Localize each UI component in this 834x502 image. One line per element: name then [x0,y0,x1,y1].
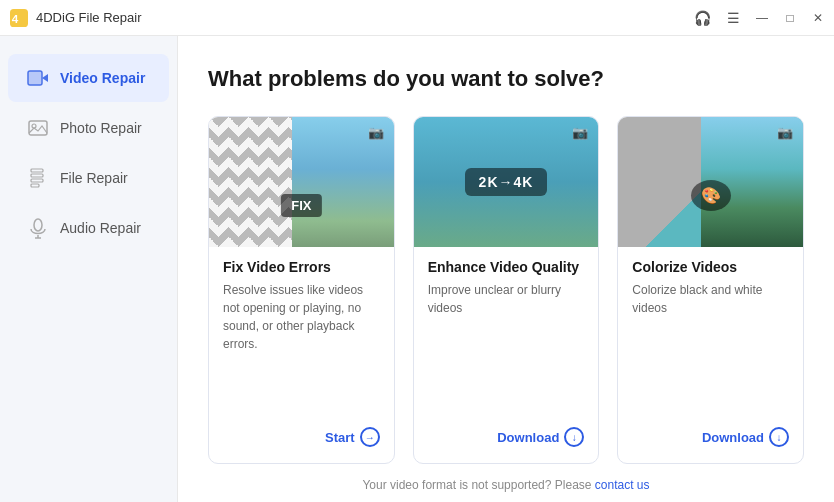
card-action-enhance: Download ↓ [428,427,585,451]
page-title: What problems do you want to solve? [208,66,804,92]
colorize-overlay-label: 🎨 [691,180,731,211]
start-label: Start [325,430,355,445]
sidebar-label-photo-repair: Photo Repair [60,120,142,136]
svg-rect-2 [28,71,42,85]
app-logo: 4 [10,9,28,27]
card-enhance-video: 📷 2K→4K Enhance Video Quality Improve un… [413,116,600,464]
svg-point-11 [34,219,42,231]
svg-rect-5 [29,121,47,135]
card-action-colorize: Download ↓ [632,427,789,451]
card-colorize-video: 📷 🎨 Colorize Videos Colorize black and w… [617,116,804,464]
sidebar-item-file-repair[interactable]: File Repair [8,154,169,202]
card-body-colorize: Colorize Videos Colorize black and white… [618,247,803,463]
app-body: Video Repair Photo Repair [0,36,834,502]
card-title-fix: Fix Video Errors [223,259,380,275]
card-desc-colorize: Colorize black and white videos [632,281,789,415]
window-controls: 🎧 ☰ — □ ✕ [694,10,824,26]
download-button-enhance[interactable]: Download ↓ [497,427,584,447]
titlebar-left: 4 4DDiG File Repair [10,9,141,27]
sidebar-label-audio-repair: Audio Repair [60,220,141,236]
sidebar: Video Repair Photo Repair [0,36,178,502]
svg-rect-8 [31,174,43,177]
headset-icon[interactable]: 🎧 [694,10,711,26]
sidebar-label-file-repair: File Repair [60,170,128,186]
download-arrow-icon-colorize: ↓ [769,427,789,447]
camera-icon-colorize: 📷 [777,125,793,140]
card-action-fix: Start → [223,427,380,451]
svg-rect-7 [31,169,43,172]
fix-overlay-label: FIX [281,194,321,217]
maximize-button[interactable]: □ [784,12,796,24]
main-content: What problems do you want to solve? 📷 FI… [178,36,834,502]
footer: Your video format is not supported? Plea… [208,464,804,502]
titlebar: 4 4DDiG File Repair 🎧 ☰ — □ ✕ [0,0,834,36]
sidebar-item-audio-repair[interactable]: Audio Repair [8,204,169,252]
contact-us-link[interactable]: contact us [595,478,650,492]
sidebar-item-video-repair[interactable]: Video Repair [8,54,169,102]
audio-repair-icon [26,216,50,240]
svg-marker-4 [42,74,48,82]
card-body-enhance: Enhance Video Quality Improve unclear or… [414,247,599,463]
sidebar-label-video-repair: Video Repair [60,70,145,86]
card-title-colorize: Colorize Videos [632,259,789,275]
menu-icon[interactable]: ☰ [727,10,740,26]
photo-repair-icon [26,116,50,140]
card-desc-fix: Resolve issues like videos not opening o… [223,281,380,415]
enhance-overlay-label: 2K→4K [465,168,548,196]
start-arrow-icon: → [360,427,380,447]
sidebar-item-photo-repair[interactable]: Photo Repair [8,104,169,152]
card-title-enhance: Enhance Video Quality [428,259,585,275]
card-image-fix: 📷 FIX [209,117,394,247]
cards-row: 📷 FIX Fix Video Errors Resolve issues li… [208,116,804,464]
card-body-fix: Fix Video Errors Resolve issues like vid… [209,247,394,463]
card-fix-video: 📷 FIX Fix Video Errors Resolve issues li… [208,116,395,464]
download-button-colorize[interactable]: Download ↓ [702,427,789,447]
minimize-button[interactable]: — [756,12,768,24]
svg-text:4: 4 [12,11,19,24]
video-repair-icon [26,66,50,90]
download-arrow-icon-enhance: ↓ [564,427,584,447]
download-label-enhance: Download [497,430,559,445]
svg-rect-9 [31,179,43,182]
start-button[interactable]: Start → [325,427,380,447]
download-label-colorize: Download [702,430,764,445]
card-image-colorize: 📷 🎨 [618,117,803,247]
close-button[interactable]: ✕ [812,12,824,24]
app-title: 4DDiG File Repair [36,10,141,25]
camera-icon-fix: 📷 [368,125,384,140]
card-image-enhance: 📷 2K→4K [414,117,599,247]
svg-rect-10 [31,184,39,187]
camera-icon-enhance: 📷 [572,125,588,140]
file-repair-icon [26,166,50,190]
footer-text: Your video format is not supported? Plea… [362,478,594,492]
card-desc-enhance: Improve unclear or blurry videos [428,281,585,415]
